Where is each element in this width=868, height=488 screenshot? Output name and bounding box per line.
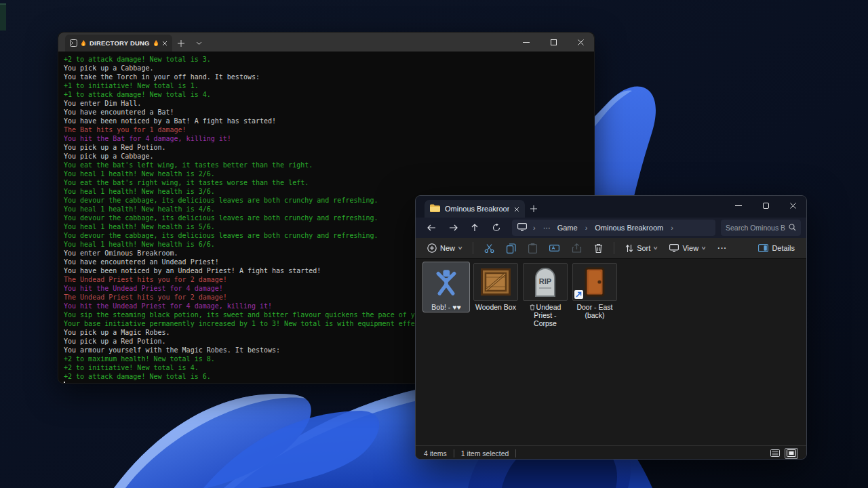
terminal-line: You enter Dim Hall. <box>64 99 589 108</box>
ellipsis-icon: ··· <box>717 244 727 252</box>
maximize-button[interactable] <box>540 33 567 52</box>
up-button[interactable] <box>465 219 485 237</box>
terminal-line: You eat the bat's right wing, it tastes … <box>64 178 589 187</box>
close-button[interactable] <box>567 33 594 52</box>
rename-icon <box>549 243 559 253</box>
new-tab-button[interactable] <box>525 200 542 218</box>
minimize-button[interactable] <box>725 196 752 215</box>
terminal-line: +1 to initiative! New total is 1. <box>64 81 589 90</box>
paste-button[interactable] <box>524 240 542 256</box>
sort-icon <box>625 244 633 253</box>
crate-icon <box>473 263 518 301</box>
terminal-line: You pick up a Cabbage. <box>64 64 589 73</box>
file-explorer-window: Ominous Breakroom <box>415 195 807 460</box>
details-view-toggle[interactable] <box>768 448 782 459</box>
folder-icon <box>430 203 440 215</box>
file-item[interactable]: Bob! - ♥♥ <box>422 262 470 312</box>
terminal-line: The Bat hits you for 1 damage! <box>64 125 589 134</box>
new-button-label: New <box>440 244 455 252</box>
terminal-line: You have been noticed by a Bat! A fight … <box>64 117 589 125</box>
terminal-line: +1 to attack damage! New total is 4. <box>64 90 589 99</box>
command-bar: New ∨ <box>416 238 806 259</box>
terminal-line: You take the Torch in your off hand. It … <box>64 73 589 81</box>
terminal-app-icon <box>70 37 77 49</box>
explorer-tab-title: Ominous Breakroom <box>445 205 509 213</box>
item-count: 4 items <box>424 449 447 458</box>
status-bar: 4 items 1 item selected <box>416 445 806 460</box>
status-divider <box>454 449 454 458</box>
chevron-down-icon: ∨ <box>653 245 658 251</box>
large-icons-view-toggle[interactable] <box>785 448 798 459</box>
toolbar-separator <box>473 242 473 254</box>
chevron-down-icon: ∨ <box>457 245 462 251</box>
more-options-button[interactable]: ··· <box>713 240 732 256</box>
chevron-down-icon: ∨ <box>701 245 707 251</box>
explorer-tab[interactable]: Ominous Breakroom <box>425 200 525 218</box>
file-name: Door - East (back) <box>572 303 617 319</box>
breadcrumb[interactable]: ›···Game›Ominous Breakroom› <box>512 220 715 236</box>
search-input[interactable]: Search Ominous Bre <box>726 224 785 232</box>
file-item[interactable]: Wooden Box <box>472 262 519 312</box>
paste-icon <box>528 243 537 253</box>
background-window-sliver <box>0 3 6 30</box>
selection-count: 1 item selected <box>461 449 509 458</box>
flame-icon <box>81 37 86 49</box>
tab-close-icon[interactable] <box>514 203 519 215</box>
sort-button-label: Sort <box>637 244 650 252</box>
this-pc-icon[interactable] <box>517 222 527 234</box>
new-button[interactable]: New ∨ <box>422 240 467 256</box>
terminal-line: You hit the Bat for 4 damage, killing it… <box>64 134 589 143</box>
search-icon <box>789 222 796 234</box>
details-button-label: Details <box>772 244 795 252</box>
file-name: Undead Priest - Corpse <box>523 303 568 327</box>
breadcrumb-item[interactable]: Ominous Breakroom <box>593 224 665 232</box>
chevron-right-icon: › <box>531 224 538 232</box>
search-box[interactable]: Search Ominous Bre <box>721 220 801 236</box>
new-tab-button[interactable] <box>172 35 190 52</box>
close-button[interactable] <box>779 196 806 215</box>
maximize-button[interactable] <box>752 196 779 215</box>
person-icon <box>424 263 469 301</box>
minimize-button[interactable] <box>513 33 540 52</box>
chevron-right-icon: › <box>669 224 675 232</box>
door-icon <box>572 263 617 301</box>
tab-close-icon[interactable] <box>162 41 167 46</box>
explorer-navbar: ›···Game›Ominous Breakroom› Search Omino… <box>416 218 806 238</box>
flame-icon <box>153 37 159 49</box>
sort-button[interactable]: Sort ∨ <box>620 240 662 256</box>
toolbar-separator <box>614 242 614 254</box>
copy-button[interactable] <box>502 240 521 256</box>
file-grid[interactable]: Bob! - ♥♥Wooden BoxRIPUndead Priest - Co… <box>416 259 806 445</box>
details-pane-icon <box>758 244 768 252</box>
view-button[interactable]: View ∨ <box>665 240 710 256</box>
terminal-line: You pick up a Cabbage. <box>64 152 589 161</box>
terminal-tab-title: DIRECTORY DUNGEON <box>90 39 150 47</box>
terminal-titlebar: DIRECTORY DUNGEON <box>58 33 594 52</box>
shortcut-arrow-icon <box>574 290 583 299</box>
chevron-right-icon: › <box>583 224 590 232</box>
share-button[interactable] <box>567 240 587 256</box>
details-button[interactable]: Details <box>753 240 800 256</box>
status-divider <box>515 449 516 458</box>
trash-icon <box>594 243 603 253</box>
breadcrumb-item[interactable]: Game <box>556 224 579 232</box>
rename-button[interactable] <box>545 240 564 256</box>
terminal-cursor <box>64 382 65 384</box>
tab-dropdown-button[interactable] <box>190 35 208 52</box>
breadcrumb-overflow-button[interactable]: ··· <box>542 224 552 232</box>
terminal-tab[interactable]: DIRECTORY DUNGEON <box>65 35 172 52</box>
forward-button[interactable] <box>443 219 463 237</box>
terminal-line: +2 to attack damage! New total is 3. <box>64 55 589 64</box>
cut-button[interactable] <box>479 240 499 256</box>
file-item[interactable]: Door - East (back) <box>571 262 618 321</box>
delete-button[interactable] <box>589 240 608 256</box>
file-item[interactable]: RIPUndead Priest - Corpse <box>521 262 569 329</box>
view-icon <box>669 244 679 252</box>
terminal-line: You heal 1 health! New health is 2/6. <box>64 169 589 178</box>
cut-icon <box>484 243 494 253</box>
refresh-button[interactable] <box>486 219 507 237</box>
copy-icon <box>507 243 516 253</box>
back-button[interactable] <box>421 219 441 237</box>
file-name: Wooden Box <box>473 303 518 311</box>
tombstone-icon: RIP <box>523 263 568 301</box>
